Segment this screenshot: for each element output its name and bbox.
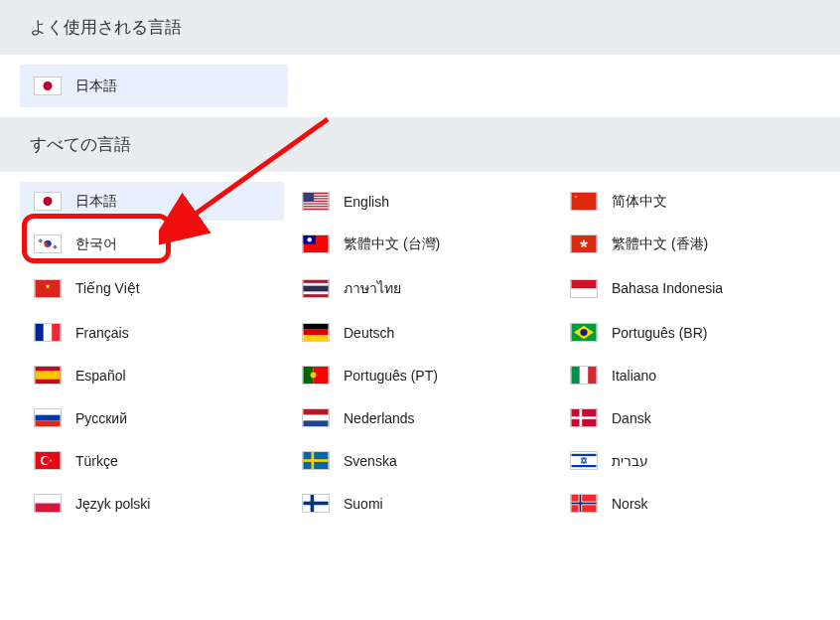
svg-point-24: [308, 237, 312, 241]
svg-rect-26: [35, 280, 60, 297]
section-header-all: すべての言語: [0, 117, 840, 172]
language-option-id[interactable]: Bahasa Indonesia: [556, 267, 820, 309]
flag-se-icon: [302, 451, 330, 470]
language-label: Italiano: [612, 368, 656, 384]
language-option-fi[interactable]: Suomi: [288, 484, 552, 523]
language-option-ja[interactable]: 日本語: [20, 182, 284, 221]
language-label: 繁體中文 (香港): [612, 235, 708, 253]
language-option-no[interactable]: Norsk: [556, 484, 820, 523]
language-option-he[interactable]: עברית: [556, 441, 820, 480]
language-option-fr[interactable]: Français: [20, 313, 284, 352]
svg-rect-55: [303, 420, 328, 426]
svg-rect-38: [303, 335, 328, 341]
language-option-sv[interactable]: Svenska: [288, 441, 552, 480]
flag-de-icon: [302, 323, 330, 342]
svg-rect-52: [35, 420, 60, 426]
language-label: 日本語: [75, 193, 117, 211]
language-label: Português (BR): [612, 325, 707, 341]
flag-th-icon: [302, 279, 330, 298]
frequent-languages-container: 日本語: [0, 55, 840, 117]
flag-jp-icon: [34, 77, 62, 95]
svg-rect-68: [571, 465, 596, 467]
flag-nl-icon: [302, 408, 330, 427]
header-text: すべての言語: [30, 135, 131, 154]
language-option-ru[interactable]: Русский: [20, 398, 284, 437]
language-label: Português (PT): [344, 368, 438, 384]
language-label: ภาษาไทย: [344, 277, 401, 299]
flag-il-icon: [570, 451, 598, 470]
svg-rect-8: [303, 202, 328, 203]
language-option-zh-cn[interactable]: 简体中文: [556, 182, 820, 221]
language-label: Dansk: [612, 410, 651, 426]
svg-point-41: [580, 329, 587, 336]
flag-tr-icon: [34, 451, 62, 470]
flag-it-icon: [570, 366, 598, 385]
svg-rect-54: [303, 415, 328, 421]
svg-point-1: [44, 81, 53, 90]
language-label: Svenska: [344, 453, 397, 469]
svg-rect-58: [571, 416, 596, 419]
svg-rect-67: [571, 454, 596, 456]
svg-rect-30: [303, 285, 328, 291]
language-label: 한국어: [75, 235, 117, 253]
svg-rect-9: [303, 205, 328, 206]
flag-pl-icon: [34, 494, 62, 513]
svg-point-3: [44, 197, 53, 206]
language-option-vi[interactable]: Tiếng Việt: [20, 267, 284, 309]
svg-rect-32: [571, 288, 596, 297]
svg-rect-48: [580, 367, 588, 384]
flag-fr-icon: [34, 323, 62, 342]
language-option-de[interactable]: Deutsch: [288, 313, 552, 352]
svg-rect-65: [303, 459, 328, 462]
language-option-pt-br[interactable]: Português (BR): [556, 313, 820, 352]
language-option-th[interactable]: ภาษาไทย: [288, 267, 552, 309]
svg-rect-37: [303, 330, 328, 336]
language-option-en[interactable]: English: [288, 182, 552, 221]
language-option-ko[interactable]: 한국어: [20, 225, 284, 263]
language-option-es[interactable]: Español: [20, 356, 284, 394]
svg-rect-33: [35, 324, 43, 341]
flag-us-icon: [302, 192, 330, 211]
svg-rect-49: [588, 367, 596, 384]
svg-rect-12: [571, 193, 596, 210]
svg-rect-80: [571, 503, 596, 505]
language-option-pt[interactable]: Português (PT): [288, 356, 552, 394]
svg-rect-50: [35, 409, 60, 415]
flag-tw-icon: [302, 234, 330, 253]
language-label: 繁體中文 (台灣): [344, 235, 440, 253]
language-option-it[interactable]: Italiano: [556, 356, 820, 394]
flag-es-icon: [34, 366, 62, 385]
flag-pt-icon: [302, 366, 330, 385]
language-option-tr[interactable]: Türkçe: [20, 441, 284, 480]
language-label: Nederlands: [344, 410, 415, 426]
language-option-da[interactable]: Dansk: [556, 398, 820, 437]
language-label: 日本語: [75, 78, 117, 95]
language-option-nl[interactable]: Nederlands: [288, 398, 552, 437]
language-label: Русский: [75, 410, 127, 426]
svg-rect-35: [52, 324, 60, 341]
svg-rect-72: [35, 504, 60, 513]
flag-id-icon: [570, 279, 598, 298]
language-label: Deutsch: [344, 325, 394, 341]
language-label: Norsk: [612, 496, 648, 512]
svg-point-61: [43, 457, 50, 464]
language-option-pl[interactable]: Język polski: [20, 484, 284, 523]
language-label: 简体中文: [612, 193, 667, 211]
svg-rect-31: [571, 280, 596, 289]
language-label: עברית: [612, 453, 648, 469]
flag-hk-icon: [570, 234, 598, 253]
language-label: Suomi: [344, 496, 383, 512]
language-option-zh-tw[interactable]: 繁體中文 (台灣): [288, 225, 552, 263]
svg-rect-75: [303, 502, 328, 506]
language-label: Język polski: [75, 496, 150, 512]
language-label: Tiếng Việt: [75, 280, 140, 296]
svg-rect-51: [35, 415, 60, 421]
svg-rect-47: [571, 367, 579, 384]
svg-rect-34: [44, 324, 52, 341]
flag-no-icon: [570, 494, 598, 513]
language-label: Français: [75, 325, 129, 341]
flag-cn-icon: [570, 192, 598, 211]
language-option-ja[interactable]: 日本語: [20, 65, 288, 107]
language-option-zh-hk[interactable]: 繁體中文 (香港): [556, 225, 820, 263]
flag-br-icon: [570, 323, 598, 342]
